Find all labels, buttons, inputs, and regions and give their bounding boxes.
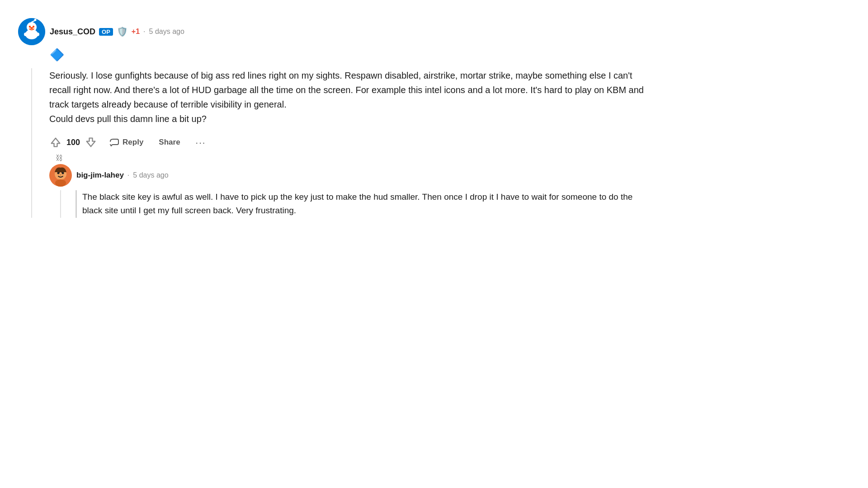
op-badge: OP [99, 28, 113, 36]
vote-count: 100 [66, 138, 80, 147]
main-comment-meta: Jesus_COD OP 🛡️ +1 · 5 days ago [50, 26, 184, 37]
main-comment-text: Seriously. I lose gunfights because of b… [49, 68, 651, 126]
karma-count: +1 [132, 28, 140, 36]
sub-comment-meta: big-jim-lahey · 5 days ago [76, 171, 169, 180]
awards-row: 🔷 [50, 48, 651, 62]
sub-comment-body-wrapper: The black site key is awful as well. I h… [49, 190, 651, 218]
thread-line [31, 68, 32, 218]
share-label: Share [159, 138, 180, 147]
main-comment-header: Jesus_COD OP 🛡️ +1 · 5 days ago [18, 18, 651, 45]
svg-point-16 [60, 174, 61, 176]
dot-separator: · [143, 28, 145, 36]
svg-point-7 [24, 33, 28, 36]
sub-comment-avatar [49, 164, 72, 187]
reply-icon [109, 137, 120, 148]
main-comment: Jesus_COD OP 🛡️ +1 · 5 days ago 🔷 Seriou… [18, 18, 651, 218]
sub-timestamp: 5 days ago [133, 171, 168, 179]
downvote-button[interactable] [85, 136, 97, 149]
reddit-snoo-icon [18, 18, 45, 45]
sub-dot-separator: · [127, 171, 129, 179]
vote-section: 100 [49, 136, 97, 149]
award-small-icon: 🔷 [50, 48, 64, 62]
comment-thread: Jesus_COD OP 🛡️ +1 · 5 days ago 🔷 Seriou… [18, 18, 651, 218]
downvote-icon [85, 136, 97, 149]
sub-comment: ⛓ [49, 164, 651, 218]
upvote-icon [49, 136, 62, 149]
more-options-button[interactable]: ··· [192, 136, 210, 150]
sub-avatar-wrapper: ⛓ [49, 164, 72, 187]
sub-comment-content: The black site key is awful as well. I h… [75, 190, 651, 218]
share-button[interactable]: Share [155, 135, 184, 150]
sub-comment-header: ⛓ [49, 164, 651, 187]
chain-link-icon: ⛓ [56, 154, 63, 162]
main-timestamp: 5 days ago [149, 28, 184, 36]
sub-comment-text: The black site key is awful as well. I h… [75, 190, 651, 218]
svg-point-17 [55, 179, 66, 187]
main-comment-avatar [18, 18, 45, 45]
comment-actions: 100 Reply Share [49, 134, 651, 150]
reply-label: Reply [123, 138, 143, 147]
main-username: Jesus_COD [50, 27, 95, 37]
upvote-button[interactable] [49, 136, 62, 149]
more-icon: ··· [196, 137, 206, 148]
svg-point-4 [34, 19, 37, 21]
svg-point-5 [29, 26, 31, 28]
sub-username: big-jim-lahey [76, 171, 124, 180]
reply-button[interactable]: Reply [105, 134, 147, 150]
svg-point-9 [30, 27, 33, 29]
sub-thread-line [60, 190, 61, 218]
main-comment-body-wrapper: Seriously. I lose gunfights because of b… [18, 68, 651, 218]
award-shield-icon: 🛡️ [117, 26, 128, 37]
svg-point-8 [36, 33, 39, 36]
main-comment-content: Seriously. I lose gunfights because of b… [49, 68, 651, 218]
svg-point-6 [33, 26, 34, 28]
